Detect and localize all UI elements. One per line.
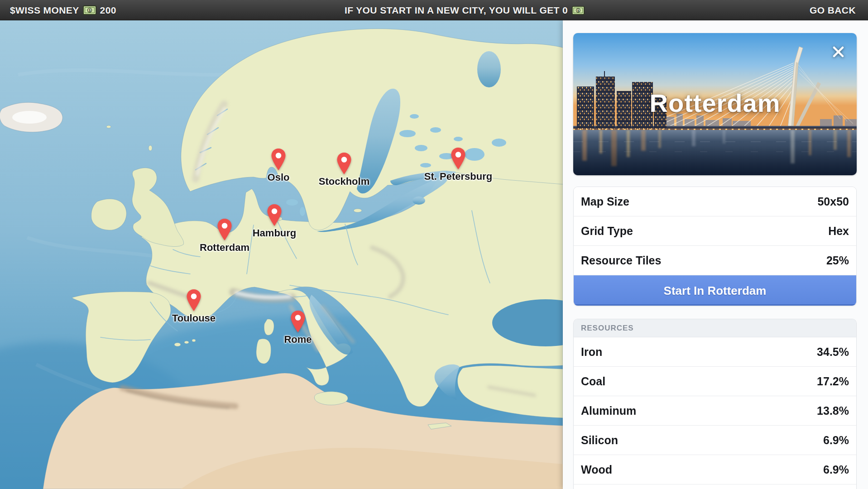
stat-label: Grid Type (581, 225, 633, 238)
map-artwork (0, 20, 563, 489)
close-icon (832, 46, 844, 58)
resource-value: 6.9% (823, 434, 849, 447)
city-pin-label: Hamburg (253, 227, 297, 239)
city-pin-st-petersburg[interactable]: St. Petersburg (451, 147, 466, 170)
europe-map (0, 20, 563, 489)
game-screen: Oslo Stockholm St. Petersburg Hamburg Ro… (0, 0, 868, 489)
resource-row-coal: Coal 17.2% (574, 367, 856, 396)
map-pin-icon (217, 218, 232, 241)
map-pin-icon (336, 152, 352, 175)
resource-row-partial (574, 484, 856, 489)
resource-value: 6.9% (823, 463, 849, 476)
stat-row-map-size: Map Size 50x50 (574, 187, 856, 216)
resource-label: Wood (581, 463, 612, 476)
city-pin-toulouse[interactable]: Toulouse (186, 289, 201, 312)
close-panel-button[interactable] (829, 42, 848, 61)
city-pin-label: Rome (284, 334, 312, 345)
city-pin-rome[interactable]: Rome (290, 310, 306, 333)
money-icon: $ (83, 5, 96, 15)
resource-label: Iron (581, 345, 602, 359)
city-pin-label: Stockholm (319, 176, 369, 187)
city-pin-label: Rotterdam (200, 242, 249, 254)
resource-label: Silicon (581, 434, 618, 447)
stat-row-resource-tiles: Resource Tiles 25% (574, 246, 856, 275)
go-back-button[interactable]: GO BACK (810, 5, 856, 16)
city-image-card: Rotterdam (573, 33, 857, 175)
new-city-message: IF YOU START IN A NEW CITY, YOU WILL GET… (345, 0, 585, 20)
map-stats-card: Map Size 50x50 Grid Type Hex Resource Ti… (573, 187, 857, 306)
city-pin-label: Toulouse (172, 312, 216, 324)
start-in-city-button[interactable]: Start In Rotterdam (574, 275, 856, 306)
resource-row-iron: Iron 34.5% (574, 337, 856, 367)
money-icon: $ (572, 6, 585, 15)
map-pin-icon (451, 147, 466, 170)
resources-card: RESOURCES Iron 34.5% Coal 17.2% Aluminum… (573, 319, 857, 489)
resources-header: RESOURCES (574, 319, 856, 337)
svg-text:$: $ (577, 8, 580, 12)
city-pin-stockholm[interactable]: Stockholm (336, 152, 352, 175)
map-pin-icon (271, 148, 286, 171)
resource-row-wood: Wood 6.9% (574, 455, 856, 484)
resource-label: Aluminum (581, 404, 636, 417)
city-pin-label: St. Petersburg (424, 171, 492, 182)
stat-value: 25% (826, 254, 849, 267)
map-pin-icon (267, 204, 282, 226)
stat-value: 50x50 (817, 195, 849, 208)
svg-text:$: $ (88, 8, 91, 13)
map-pin-icon (186, 289, 201, 312)
city-pin-label: Oslo (268, 172, 290, 183)
map-pin-icon (290, 310, 306, 333)
city-name-title: Rotterdam (649, 88, 780, 118)
city-pin-hamburg[interactable]: Hamburg (267, 204, 282, 226)
top-bar: $WISS MONEY $ 200 IF YOU START IN A NEW … (0, 0, 868, 20)
resource-row-silicon: Silicon 6.9% (574, 426, 856, 455)
money-amount: 200 (100, 5, 116, 16)
resource-label: Coal (581, 375, 605, 388)
city-pin-oslo[interactable]: Oslo (271, 148, 286, 171)
resource-value: 13.8% (817, 404, 849, 417)
resource-value: 17.2% (817, 375, 849, 388)
new-city-message-text: IF YOU START IN A NEW CITY, YOU WILL GET… (345, 5, 568, 16)
money-display: $WISS MONEY $ 200 (10, 0, 116, 20)
stat-label: Resource Tiles (581, 254, 661, 267)
city-detail-panel: Rotterdam Map Size 50x50 Grid Type Hex R… (563, 20, 868, 489)
money-label: $WISS MONEY (10, 5, 79, 16)
resource-row-aluminum: Aluminum 13.8% (574, 396, 856, 426)
city-pin-rotterdam[interactable]: Rotterdam (217, 218, 232, 241)
stat-value: Hex (828, 225, 849, 238)
stat-row-grid-type: Grid Type Hex (574, 216, 856, 246)
resource-value: 34.5% (817, 345, 849, 359)
stat-label: Map Size (581, 195, 629, 208)
